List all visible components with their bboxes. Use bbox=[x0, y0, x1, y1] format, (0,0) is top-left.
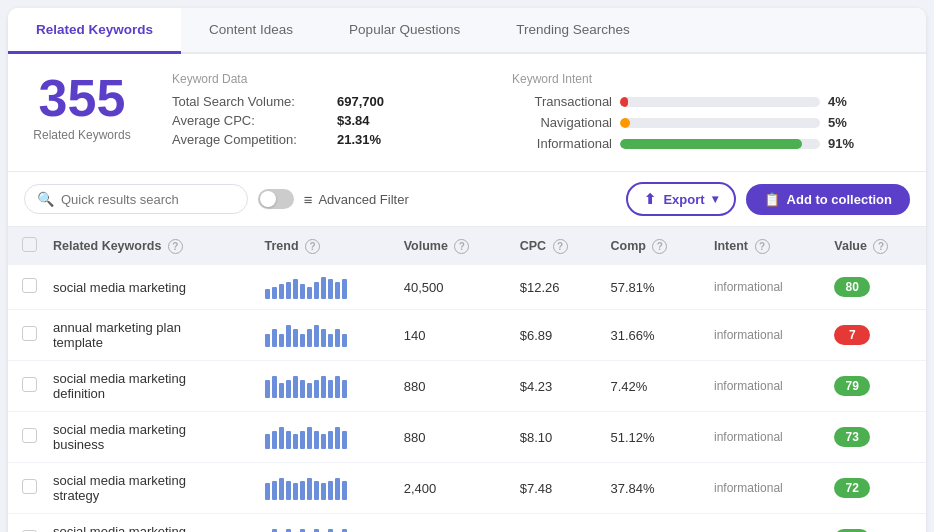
th-comp: Comp ? bbox=[602, 227, 706, 265]
intent-pct-2: 91% bbox=[828, 136, 858, 151]
trend-bar-1-11 bbox=[342, 334, 347, 347]
trend-bars-2 bbox=[265, 374, 388, 398]
row-keyword-5: social media marketingarticles bbox=[45, 514, 257, 533]
intent-label-0: Transactional bbox=[512, 94, 612, 109]
row-checkbox-1[interactable] bbox=[22, 326, 37, 341]
trend-bar-2-2 bbox=[279, 383, 284, 398]
row-checkbox-cell-1 bbox=[8, 310, 45, 361]
trend-bar-3-3 bbox=[286, 431, 291, 449]
help-icon-trend[interactable]: ? bbox=[305, 239, 320, 254]
row-trend-2 bbox=[257, 361, 396, 412]
tab-content-ideas[interactable]: Content Ideas bbox=[181, 8, 321, 54]
toggle-switch[interactable] bbox=[258, 189, 294, 209]
table-row: social media marketingarticles480$4.1614… bbox=[8, 514, 926, 533]
avg-competition-row: Average Competition: 21.31% bbox=[172, 132, 472, 147]
row-keyword-3: social media marketingbusiness bbox=[45, 412, 257, 463]
row-keyword-1: annual marketing plantemplate bbox=[45, 310, 257, 361]
trend-bar-4-11 bbox=[342, 481, 347, 500]
intent-label-1: Navigational bbox=[512, 115, 612, 130]
trend-bar-2-3 bbox=[286, 380, 291, 398]
trend-bar-0-6 bbox=[307, 287, 312, 299]
row-cpc-5: $4.16 bbox=[512, 514, 603, 533]
trend-bar-0-9 bbox=[328, 279, 333, 299]
row-checkbox-cell-5 bbox=[8, 514, 45, 533]
keywords-table-wrap: Related Keywords ? Trend ? Volume ? CPC … bbox=[8, 227, 926, 532]
trend-bar-3-5 bbox=[300, 431, 305, 449]
help-icon-volume[interactable]: ? bbox=[454, 239, 469, 254]
trend-bar-4-10 bbox=[335, 478, 340, 500]
advanced-filter-label: Advanced Filter bbox=[318, 192, 408, 207]
search-icon: 🔍 bbox=[37, 191, 54, 207]
th-cpc: CPC ? bbox=[512, 227, 603, 265]
filter-icon: ≡ bbox=[304, 191, 313, 208]
row-value-1: 7 bbox=[826, 310, 926, 361]
trend-bar-4-7 bbox=[314, 481, 319, 500]
search-box[interactable]: 🔍 bbox=[24, 184, 248, 214]
row-comp-2: 7.42% bbox=[602, 361, 706, 412]
trend-bar-0-1 bbox=[272, 287, 277, 299]
row-value-3: 73 bbox=[826, 412, 926, 463]
value-badge-2: 79 bbox=[834, 376, 870, 396]
tab-related-keywords[interactable]: Related Keywords bbox=[8, 8, 181, 54]
row-checkbox-cell-2 bbox=[8, 361, 45, 412]
row-cpc-1: $6.89 bbox=[512, 310, 603, 361]
trend-bar-3-2 bbox=[279, 427, 284, 449]
trend-bar-3-8 bbox=[321, 434, 326, 449]
avg-cpc-row: Average CPC: $3.84 bbox=[172, 113, 472, 128]
export-icon: ⬆ bbox=[644, 191, 656, 207]
export-button[interactable]: ⬆ Export ▾ bbox=[626, 182, 735, 216]
trend-bar-3-1 bbox=[272, 431, 277, 449]
trend-bar-3-10 bbox=[335, 427, 340, 449]
trend-bars-5 bbox=[265, 527, 388, 532]
intent-label-2: Informational bbox=[512, 136, 612, 151]
th-intent: Intent ? bbox=[706, 227, 826, 265]
trend-bar-2-0 bbox=[265, 380, 270, 398]
row-checkbox-4[interactable] bbox=[22, 479, 37, 494]
th-checkbox[interactable] bbox=[8, 227, 45, 265]
trend-bar-0-5 bbox=[300, 284, 305, 299]
row-value-2: 79 bbox=[826, 361, 926, 412]
row-checkbox-3[interactable] bbox=[22, 428, 37, 443]
intent-pct-1: 5% bbox=[828, 115, 858, 130]
trend-bars-0 bbox=[265, 275, 388, 299]
trend-bar-0-10 bbox=[335, 282, 340, 299]
total-search-volume-value: 697,700 bbox=[337, 94, 384, 109]
help-icon-comp[interactable]: ? bbox=[652, 239, 667, 254]
tab-popular-questions[interactable]: Popular Questions bbox=[321, 8, 488, 54]
row-trend-5 bbox=[257, 514, 396, 533]
avg-cpc-value: $3.84 bbox=[337, 113, 370, 128]
row-comp-1: 31.66% bbox=[602, 310, 706, 361]
row-checkbox-0[interactable] bbox=[22, 278, 37, 293]
row-intent-4: informational bbox=[706, 463, 826, 514]
help-icon-value[interactable]: ? bbox=[873, 239, 888, 254]
trend-bar-1-10 bbox=[335, 329, 340, 347]
row-volume-3: 880 bbox=[396, 412, 512, 463]
add-to-collection-button[interactable]: 📋 Add to collection bbox=[746, 184, 910, 215]
help-icon-intent[interactable]: ? bbox=[755, 239, 770, 254]
advanced-filter-button[interactable]: ≡ Advanced Filter bbox=[304, 191, 409, 208]
row-intent-3: informational bbox=[706, 412, 826, 463]
trend-bar-0-8 bbox=[321, 277, 326, 299]
value-badge-0: 80 bbox=[834, 277, 870, 297]
intent-bar-bg-2 bbox=[620, 139, 820, 149]
avg-cpc-label: Average CPC: bbox=[172, 113, 337, 128]
trend-bar-4-2 bbox=[279, 478, 284, 500]
row-value-4: 72 bbox=[826, 463, 926, 514]
intent-pct-0: 4% bbox=[828, 94, 858, 109]
help-icon-keywords[interactable]: ? bbox=[168, 239, 183, 254]
th-related-keywords: Related Keywords ? bbox=[45, 227, 257, 265]
tab-trending-searches[interactable]: Trending Searches bbox=[488, 8, 658, 54]
row-checkbox-2[interactable] bbox=[22, 377, 37, 392]
row-checkbox-cell-0 bbox=[8, 265, 45, 310]
search-input[interactable] bbox=[61, 192, 235, 207]
total-search-volume-row: Total Search Volume: 697,700 bbox=[172, 94, 472, 109]
row-trend-0 bbox=[257, 265, 396, 310]
trend-bar-4-3 bbox=[286, 481, 291, 500]
help-icon-cpc[interactable]: ? bbox=[553, 239, 568, 254]
select-all-checkbox[interactable] bbox=[22, 237, 37, 252]
add-collection-label: Add to collection bbox=[787, 192, 892, 207]
trend-bar-4-9 bbox=[328, 481, 333, 500]
trend-bar-2-6 bbox=[307, 383, 312, 398]
trend-bar-3-0 bbox=[265, 434, 270, 449]
avg-competition-value: 21.31% bbox=[337, 132, 381, 147]
